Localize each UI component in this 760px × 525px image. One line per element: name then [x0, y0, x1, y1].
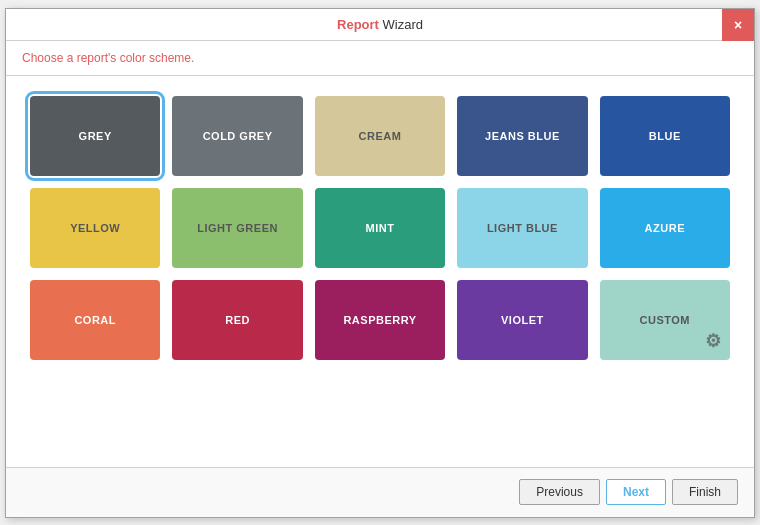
finish-button[interactable]: Finish — [672, 479, 738, 505]
color-tile-label-azure: AZURE — [645, 222, 685, 234]
color-tile-light-green[interactable]: LIGHT GREEN — [172, 188, 302, 268]
color-tile-label-yellow: YELLOW — [70, 222, 120, 234]
color-tile-label-raspberry: RASPBERRY — [343, 314, 416, 326]
gear-icon: ⚙ — [705, 330, 722, 352]
color-tile-cream[interactable]: CREAM — [315, 96, 445, 176]
color-tile-yellow[interactable]: YELLOW — [30, 188, 160, 268]
color-tile-coral[interactable]: CORAL — [30, 280, 160, 360]
title-bar: Report Wizard × — [6, 9, 754, 41]
color-tile-label-violet: VIOLET — [501, 314, 544, 326]
color-tile-label-red: RED — [225, 314, 250, 326]
color-tile-label-grey: GREY — [79, 130, 112, 142]
color-tile-label-mint: MINT — [366, 222, 395, 234]
subtitle-text: Choose a report's color scheme. — [22, 51, 194, 65]
color-tile-violet[interactable]: VIOLET — [457, 280, 587, 360]
color-tile-custom[interactable]: CUSTOM⚙ — [600, 280, 730, 360]
next-button[interactable]: Next — [606, 479, 666, 505]
color-tile-label-cold-grey: COLD GREY — [203, 130, 273, 142]
previous-button[interactable]: Previous — [519, 479, 600, 505]
color-tile-red[interactable]: RED — [172, 280, 302, 360]
window-title: Report Wizard — [337, 17, 423, 32]
subtitle-bar: Choose a report's color scheme. — [6, 41, 754, 76]
report-wizard-window: Report Wizard × Choose a report's color … — [5, 8, 755, 518]
color-tile-raspberry[interactable]: RASPBERRY — [315, 280, 445, 360]
color-tile-label-cream: CREAM — [359, 130, 402, 142]
color-grid: GREYCOLD GREYCREAMJEANS BLUEBLUEYELLOWLI… — [30, 96, 730, 360]
color-tile-blue[interactable]: BLUE — [600, 96, 730, 176]
color-tile-mint[interactable]: MINT — [315, 188, 445, 268]
close-button[interactable]: × — [722, 9, 754, 41]
color-tile-light-blue[interactable]: LIGHT BLUE — [457, 188, 587, 268]
color-tile-label-jeans-blue: JEANS BLUE — [485, 130, 560, 142]
footer: Previous Next Finish — [6, 467, 754, 517]
color-tile-label-light-blue: LIGHT BLUE — [487, 222, 558, 234]
color-tile-label-custom: CUSTOM — [640, 314, 690, 326]
color-tile-azure[interactable]: AZURE — [600, 188, 730, 268]
color-tile-label-blue: BLUE — [649, 130, 681, 142]
content-area: GREYCOLD GREYCREAMJEANS BLUEBLUEYELLOWLI… — [6, 76, 754, 467]
color-tile-label-coral: CORAL — [74, 314, 116, 326]
color-tile-label-light-green: LIGHT GREEN — [197, 222, 278, 234]
color-tile-cold-grey[interactable]: COLD GREY — [172, 96, 302, 176]
color-tile-grey[interactable]: GREY — [30, 96, 160, 176]
color-tile-jeans-blue[interactable]: JEANS BLUE — [457, 96, 587, 176]
